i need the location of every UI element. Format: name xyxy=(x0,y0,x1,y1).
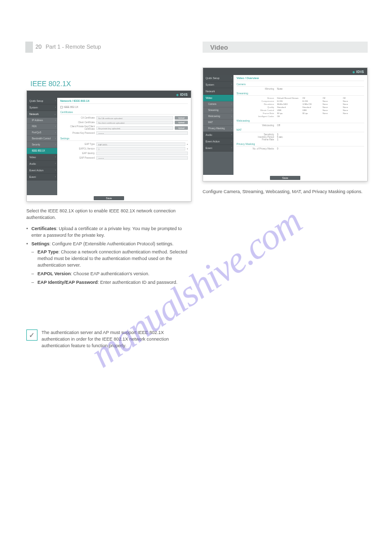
row-private-key-pw: Private Key Password •••••••• xyxy=(60,131,188,135)
sidebar-item-quick-setup[interactable]: Quick Setup› xyxy=(27,98,57,104)
value-webcasting: Off xyxy=(277,124,280,127)
section-title-8021x: IEEE 802.1X xyxy=(30,80,71,88)
bullets: Certificates: Upload a certificate or a … xyxy=(26,226,191,288)
upload-ca-cert-button[interactable]: Upload xyxy=(175,116,188,120)
label-client-cert: Client Certificate xyxy=(60,121,95,124)
privacy-row: No. of Privacy Masks0 xyxy=(237,147,364,150)
enable-8021x-label: IEEE 802.1X xyxy=(64,105,79,108)
breadcrumb: Network / IEEE 802.1X xyxy=(60,99,188,104)
upload-private-key-button[interactable]: Upload xyxy=(175,126,188,130)
sidebar-item-mat[interactable]: MAT› xyxy=(203,120,233,126)
row-client-cert: Client Certificate No client certificate… xyxy=(60,121,188,124)
sidebar-item-event[interactable]: Event› xyxy=(203,145,233,152)
sidebar-item-fen[interactable]: FEN› xyxy=(27,124,57,130)
sidebar-item-network[interactable]: Network› xyxy=(203,88,233,95)
upload-client-cert-button[interactable]: Upload xyxy=(175,121,188,124)
content-panel: Video / Overview Camera Mirroring None S… xyxy=(233,75,367,175)
row-eapol-version: EAPOL Version 1 ▾ xyxy=(60,147,188,151)
field-ca-cert: No CA certificate uploaded. xyxy=(96,116,173,120)
input-eap-password[interactable]: •••••••• xyxy=(96,156,188,160)
sidebar-item-eventaction[interactable]: Event Action› xyxy=(203,138,233,145)
sidebar-item-streaming[interactable]: Streaming› xyxy=(203,107,233,114)
label-eap-type: EAP Type xyxy=(60,143,95,145)
sidebar-item-audio[interactable]: Audio› xyxy=(203,132,233,138)
label-private-key-pw: Private Key Password xyxy=(60,132,95,134)
save-button[interactable]: Save xyxy=(270,176,300,180)
streaming-table: Stream Default Record Stream Off Off Off… xyxy=(237,97,364,118)
mat-framerate-row: Frame Rate1 xyxy=(237,138,364,141)
check-icon: ✓ xyxy=(26,329,37,341)
label-eapol-version: EAPOL Version xyxy=(60,147,95,150)
sidebar-item-camera[interactable]: Camera› xyxy=(203,101,233,107)
sidebar-item-quick-setup[interactable]: Quick Setup› xyxy=(203,75,233,82)
sidebar-item-security[interactable]: Security› xyxy=(27,142,57,148)
chevron-down-icon: ▾ xyxy=(187,143,188,145)
note-box: ✓ The authentication server and AP must … xyxy=(26,329,191,349)
select-eapol-version[interactable]: 1 xyxy=(96,147,185,151)
input-eap-identity[interactable] xyxy=(96,152,188,155)
webcasting-section-label: Webcasting xyxy=(237,119,364,123)
bullet-settings: Settings: Configure EAP (Extensible Auth… xyxy=(26,241,191,286)
content-panel: Network / IEEE 802.1X IEEE 802.1X Certif… xyxy=(57,98,191,195)
idis-logo: IDIS xyxy=(352,70,364,73)
sidebar-item-system[interactable]: System› xyxy=(203,82,233,88)
breadcrumb: Video / Overview xyxy=(237,77,364,81)
sidebar: Quick Setup› System› Network› Video⌄ Cam… xyxy=(203,75,233,175)
save-button[interactable]: Save xyxy=(94,196,124,200)
sidebar-item-ipaddress[interactable]: IP Address› xyxy=(27,118,57,124)
label-mirroring: Mirroring xyxy=(237,88,277,90)
camera-section-label: Camera xyxy=(237,83,364,87)
certificates-group-label: Certificates xyxy=(60,110,188,115)
sidebar-item-audio[interactable]: Audio› xyxy=(27,161,57,167)
row-ca-cert: CA Certificate No CA certificate uploade… xyxy=(60,116,188,120)
label-webcasting: Webcasting xyxy=(237,124,277,127)
row-eap-identity: EAP Identity xyxy=(60,152,188,155)
sidebar-item-video[interactable]: Video› xyxy=(27,154,57,161)
bullet-certificates: Certificates: Upload a certificate or a … xyxy=(26,226,191,239)
sidebar-item-privacy-masking[interactable]: Privacy Masking› xyxy=(203,126,233,132)
label-private-key: Client Private Key/Client Certificate xyxy=(60,125,95,130)
note-text: The authentication server and AP must su… xyxy=(42,329,191,349)
screenshot-video-overview: IDIS Quick Setup› System› Network› Video… xyxy=(203,67,368,181)
sidebar-item-8021x[interactable]: IEEE 802.1X xyxy=(27,148,57,154)
idis-logo: IDIS xyxy=(176,93,188,96)
chevron-down-icon: ▾ xyxy=(187,147,188,150)
titlebar: IDIS xyxy=(27,91,191,98)
privacy-section-label: Privacy Masking xyxy=(237,142,364,146)
sidebar-item-portqos[interactable]: Port/QoS› xyxy=(27,130,57,136)
sidebar-item-system[interactable]: System› xyxy=(27,104,57,111)
page-number-band xyxy=(25,42,33,53)
sidebar-item-video[interactable]: Video⌄ xyxy=(203,95,233,101)
sidebar: Quick Setup› System› Network⌄ IP Address… xyxy=(27,98,57,195)
settings-group-label: Settings xyxy=(60,137,188,141)
chapter-title: Part 1 - Remote Setup xyxy=(46,44,101,50)
video-intro-text: Configure Camera, Streaming, Webcasting,… xyxy=(203,189,368,195)
field-client-cert: No client certificate uploaded. xyxy=(96,121,173,124)
page-number: 20 xyxy=(35,44,42,50)
titlebar: IDIS xyxy=(203,68,367,75)
sidebar-item-event[interactable]: Event› xyxy=(27,174,57,180)
subbullet-eapol-version: EAPOL Version: Choose EAP authentication… xyxy=(31,271,191,277)
row-private-key: Client Private Key/Client Certificate No… xyxy=(60,125,188,130)
sidebar-item-eventaction[interactable]: Event Action› xyxy=(27,167,57,174)
select-eap-type[interactable]: EAP-MD5 xyxy=(96,142,185,146)
field-private-key: No private key uploaded. xyxy=(96,126,173,130)
row-eap-type: EAP Type EAP-MD5 ▾ xyxy=(60,142,188,146)
webcasting-row: Webcasting Off xyxy=(237,124,364,127)
sidebar-item-network[interactable]: Network⌄ xyxy=(27,111,57,118)
value-mirroring: None xyxy=(277,88,283,90)
sidebar-item-webcasting[interactable]: Webcasting› xyxy=(203,114,233,120)
intro-text: Select the IEEE 802.1X option to enable … xyxy=(26,208,191,221)
subbullet-eap-type: EAP Type: Choose a network connection au… xyxy=(31,249,191,269)
subbullet-eap-identity: EAP Identity/EAP Password: Enter authent… xyxy=(31,279,191,286)
camera-mirroring-row: Mirroring None xyxy=(237,88,364,90)
label-eap-password: EAP Password xyxy=(60,157,95,159)
sidebar-item-bandwidth[interactable]: Bandwidth Control› xyxy=(27,136,57,142)
mat-section-label: MAT xyxy=(237,128,364,132)
enable-8021x-checkbox[interactable] xyxy=(60,106,63,108)
field-private-key-pw[interactable]: •••••••• xyxy=(96,131,188,135)
screenshot-ieee8021x: IDIS Quick Setup› System› Network⌄ IP Ad… xyxy=(26,90,191,202)
label-ca-cert: CA Certificate xyxy=(60,117,95,119)
row-eap-password: EAP Password •••••••• xyxy=(60,156,188,160)
label-eap-identity: EAP Identity xyxy=(60,152,95,155)
